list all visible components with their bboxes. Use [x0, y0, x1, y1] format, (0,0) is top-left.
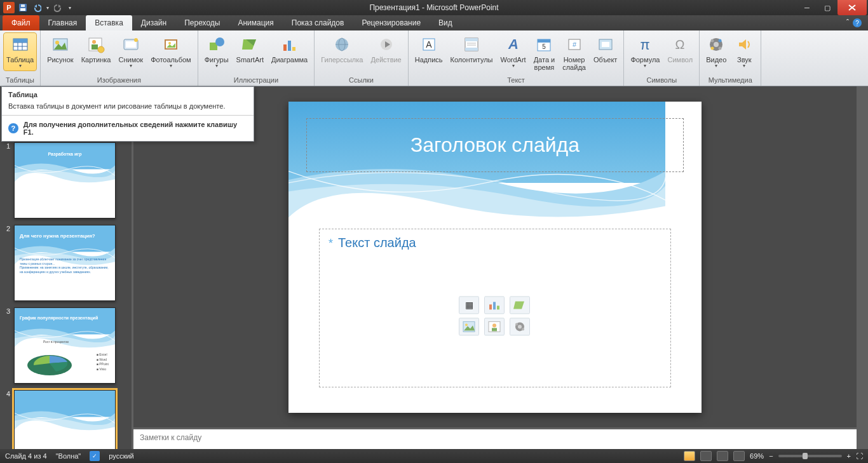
svg-point-50: [719, 47, 722, 50]
audio-icon: [734, 34, 754, 55]
thumbnail-2[interactable]: 2Для чего нужна презентация?Презентация …: [4, 225, 123, 301]
save-button[interactable]: [17, 1, 29, 14]
qat-customize[interactable]: ▾: [66, 1, 74, 14]
insert-table-icon[interactable]: ▦: [459, 296, 479, 314]
zoom-out-button[interactable]: −: [769, 452, 773, 460]
thumbnail-slide[interactable]: Для чего нужна презентация?Презентация о…: [14, 225, 116, 301]
slide-counter: Слайд 4 из 4: [5, 452, 47, 460]
insert-smartart-icon[interactable]: [510, 296, 530, 314]
photoalbum-button[interactable]: Фотоальбом▾: [148, 33, 194, 70]
vertical-scrollbar[interactable]: [857, 86, 868, 449]
zoom-slider[interactable]: [778, 455, 842, 457]
slidenum-button[interactable]: #Номер слайда: [560, 33, 588, 72]
reading-view-button[interactable]: [717, 451, 728, 461]
spellcheck-icon[interactable]: ✓: [90, 451, 100, 461]
equation-button[interactable]: πФормула▾: [628, 33, 662, 70]
audio-button[interactable]: Звук▾: [731, 33, 757, 70]
textbox-button[interactable]: AНадпись: [412, 33, 445, 65]
screenshot-icon: [121, 34, 141, 55]
group-label: Иллюстрации: [202, 75, 311, 86]
notes-pane[interactable]: Заметки к слайду: [133, 427, 857, 449]
picture-button[interactable]: Рисунок: [44, 33, 76, 65]
clipart-button[interactable]: Картинка: [79, 33, 114, 65]
wordart-button[interactable]: AWordArt▾: [498, 33, 529, 70]
tab-рецензирование[interactable]: Рецензирование: [353, 15, 430, 30]
zoom-level[interactable]: 69%: [750, 452, 764, 460]
app-icon[interactable]: P: [3, 1, 15, 14]
chart-button[interactable]: Диаграмма: [269, 33, 310, 65]
tab-вставка[interactable]: Вставка: [86, 15, 132, 30]
undo-button[interactable]: [31, 1, 43, 14]
redo-button[interactable]: [52, 1, 65, 14]
language[interactable]: русский: [109, 452, 133, 460]
svg-point-71: [522, 328, 524, 330]
close-button[interactable]: [837, 0, 867, 15]
insert-clipart-icon[interactable]: [484, 318, 505, 335]
svg-text:A: A: [426, 39, 432, 50]
insert-chart-icon[interactable]: [484, 296, 505, 314]
datetime-button[interactable]: 5Дата и время: [531, 33, 558, 72]
headerfooter-button[interactable]: Колонтитулы: [448, 33, 496, 65]
smartart-button[interactable]: SmartArt: [234, 33, 266, 65]
object-button[interactable]: Объект: [591, 33, 620, 65]
title-placeholder[interactable]: Заголовок слайда: [306, 118, 684, 172]
normal-view-button[interactable]: [684, 451, 695, 461]
tab-переходы[interactable]: Переходы: [175, 15, 229, 30]
zoom-in-button[interactable]: +: [847, 452, 851, 460]
thumbnail-slide[interactable]: График популярности презентаций■ Excel■ …: [14, 307, 116, 384]
action-button: Действие: [368, 33, 403, 65]
slide[interactable]: Заголовок слайда Текст слайда ▦: [288, 102, 702, 413]
svg-text:π: π: [641, 37, 650, 53]
svg-point-20: [168, 42, 171, 44]
button-label: Дата и время: [534, 56, 555, 71]
thumbnail-slide[interactable]: [14, 390, 116, 449]
minimize-ribbon-icon[interactable]: ˆ: [846, 18, 849, 27]
group-illustrations: Фигуры▾SmartArtДиаграммаИллюстрации: [198, 30, 315, 86]
object-icon: [595, 34, 616, 55]
slideshow-view-button[interactable]: [733, 451, 745, 461]
svg-point-52: [711, 47, 714, 50]
tab-дизайн[interactable]: Дизайн: [132, 15, 175, 30]
thumbnail-slide[interactable]: Разработка игр: [14, 142, 116, 218]
thumbnail-1[interactable]: 1Разработка игр: [4, 142, 123, 218]
clipart-icon: [86, 34, 106, 55]
fit-window-button[interactable]: ⛶: [856, 452, 863, 460]
svg-rect-8: [13, 39, 27, 43]
help-icon[interactable]: ?: [853, 18, 862, 27]
ribbon-tabs: Файл ГлавнаяВставкаДизайнПереходыАнимаци…: [0, 15, 868, 30]
svg-rect-44: [602, 42, 609, 47]
svg-point-22: [215, 37, 224, 46]
group-media: Видео▾Звук▾Мультимедиа: [700, 30, 761, 86]
tab-показ слайдов[interactable]: Показ слайдов: [283, 15, 353, 30]
file-tab[interactable]: Файл: [3, 15, 39, 30]
undo-dropdown[interactable]: ▾: [44, 1, 51, 14]
minimize-button[interactable]: ─: [797, 0, 817, 15]
button-label: Действие: [370, 56, 401, 64]
video-button[interactable]: Видео▾: [703, 33, 729, 70]
svg-point-69: [518, 325, 522, 328]
tab-анимация[interactable]: Анимация: [229, 15, 282, 30]
table-button[interactable]: Таблица▾: [4, 33, 36, 70]
ribbon-help: ˆ ?: [846, 15, 868, 30]
insert-media-icon[interactable]: [510, 318, 530, 335]
screenshot-button[interactable]: Снимок▾: [116, 33, 146, 70]
group-images: РисунокКартинкаСнимок▾Фотоальбом▾Изображ…: [41, 30, 198, 86]
tooltip-body: Вставка таблицы в документ или рисование…: [2, 100, 254, 116]
tab-главная[interactable]: Главная: [39, 15, 86, 30]
tab-вид[interactable]: Вид: [430, 15, 461, 30]
tooltip-help-text: Для получения дополнительных сведений на…: [24, 121, 247, 136]
sorter-view-button[interactable]: [700, 451, 712, 461]
svg-rect-67: [492, 328, 497, 331]
shapes-button[interactable]: Фигуры▾: [202, 33, 231, 70]
button-label: Рисунок: [47, 56, 74, 64]
thumbnail-3[interactable]: 3График популярности презентаций■ Excel■…: [4, 307, 123, 384]
svg-point-66: [492, 323, 496, 327]
smartart-icon: [240, 34, 260, 55]
content-placeholder[interactable]: Текст слайда ▦: [319, 229, 671, 387]
maximize-button[interactable]: ▢: [817, 0, 837, 15]
window-title: Презентация1 - Microsoft PowerPoint: [369, 3, 498, 12]
thumbnail-4[interactable]: 4: [4, 390, 123, 449]
svg-rect-25: [292, 47, 295, 51]
button-label: Гиперссылка: [321, 56, 363, 64]
insert-picture-icon[interactable]: [459, 318, 479, 335]
